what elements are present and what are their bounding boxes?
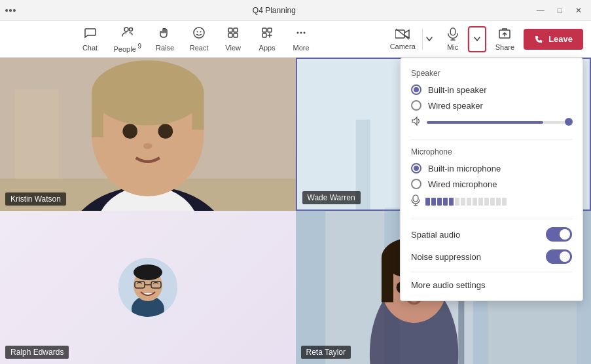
- chat-icon: [84, 26, 97, 43]
- name-tag-wade: Wade Warren: [302, 191, 361, 204]
- mic-bar-1: [425, 198, 430, 206]
- camera-control-group: Camera: [384, 26, 436, 53]
- video-tile-ralph: Ralph Edwards: [0, 211, 296, 364]
- svg-rect-16: [450, 27, 455, 35]
- camera-label: Camera: [390, 43, 416, 50]
- toolbar-right: Camera Mic: [384, 25, 583, 54]
- svg-point-26: [92, 60, 204, 125]
- spatial-audio-row: Spatial audio: [411, 227, 572, 242]
- svg-point-3: [197, 31, 198, 33]
- minimize-button[interactable]: —: [533, 5, 548, 16]
- mic-button[interactable]: Mic: [439, 25, 467, 54]
- mic-bar-8: [467, 198, 471, 206]
- camera-dropdown-button[interactable]: [423, 34, 436, 45]
- toolbar-item-people[interactable]: People 9: [107, 22, 149, 56]
- radio-built-in-speaker[interactable]: [411, 84, 421, 95]
- svg-rect-60: [413, 195, 418, 202]
- toolbar-item-chat[interactable]: Chat: [73, 24, 107, 54]
- mic-bar-10: [478, 198, 483, 206]
- radio-wired-speaker[interactable]: [411, 100, 421, 111]
- close-button[interactable]: ✕: [571, 5, 586, 16]
- svg-point-29: [122, 124, 137, 139]
- name-tag-kristin: Kristin Watson: [5, 192, 66, 206]
- name-tag-ralph: Ralph Edwards: [5, 346, 69, 359]
- mic-section-title: Microphone: [411, 147, 572, 156]
- ralph-avatar: [118, 258, 177, 317]
- window-title: Q4 Planning: [16, 6, 533, 15]
- mic-option-wired[interactable]: Wired microphone: [411, 179, 572, 189]
- toolbar-apps-label: Apps: [259, 44, 276, 52]
- mic-bar-9: [473, 198, 477, 206]
- toolbar-item-apps[interactable]: Apps: [250, 24, 284, 54]
- view-icon: [226, 26, 240, 43]
- maximize-button[interactable]: □: [554, 5, 566, 16]
- camera-button[interactable]: Camera: [384, 26, 422, 53]
- camera-off-icon: [395, 28, 410, 43]
- chevron-down-icon-mic: [474, 37, 480, 42]
- radio-wired-mic[interactable]: [411, 179, 421, 189]
- window-menu[interactable]: [5, 9, 16, 12]
- toolbar-left: Chat People 9 Raise: [8, 22, 384, 56]
- svg-point-2: [194, 27, 204, 38]
- volume-icon: [411, 116, 421, 128]
- svg-point-14: [304, 32, 306, 34]
- people-badge: 9: [136, 43, 141, 50]
- toolbar-view-label: View: [225, 44, 241, 52]
- svg-rect-6: [234, 28, 238, 32]
- svg-rect-9: [262, 28, 266, 32]
- speaker-section-title: Speaker: [411, 69, 572, 78]
- section-divider-2: [411, 219, 572, 219]
- phone-icon: [534, 34, 545, 45]
- toolbar-people-label: People 9: [114, 43, 142, 53]
- audio-panel: Speaker Built-in speaker Wired speaker: [400, 58, 583, 301]
- svg-rect-5: [228, 28, 232, 32]
- svg-point-0: [124, 27, 128, 31]
- svg-rect-22: [15, 90, 60, 178]
- chevron-down-icon: [426, 37, 433, 42]
- leave-button[interactable]: Leave: [524, 29, 583, 50]
- toolbar-chat-label: Chat: [82, 44, 98, 52]
- name-tag-reta: Reta Taylor: [301, 346, 351, 359]
- radio-built-in-mic[interactable]: [411, 163, 421, 173]
- spatial-audio-label: Spatial audio: [411, 230, 460, 240]
- mic-option-built-in[interactable]: Built-in microphone: [411, 163, 572, 173]
- toolbar-react-label: React: [190, 44, 209, 52]
- toolbar-item-raise[interactable]: Raise: [148, 24, 182, 54]
- svg-rect-56: [381, 258, 393, 302]
- mic-bar-11: [484, 198, 489, 206]
- speaker-option-wired[interactable]: Wired speaker: [411, 100, 572, 111]
- svg-point-12: [297, 32, 299, 34]
- more-audio-settings-link[interactable]: More audio settings: [411, 280, 572, 290]
- noise-suppression-toggle[interactable]: [546, 249, 572, 264]
- speaker-option-built-in[interactable]: Built-in speaker: [411, 84, 572, 95]
- wired-mic-label: Wired microphone: [428, 179, 497, 189]
- ralph-avatar-container: [0, 211, 296, 364]
- toolbar-item-more[interactable]: More: [284, 24, 318, 54]
- toolbar-item-react[interactable]: React: [182, 24, 216, 54]
- mic-bar-12: [490, 198, 495, 206]
- section-divider-1: [411, 139, 572, 139]
- mic-bar-4: [443, 198, 448, 206]
- svg-rect-11: [262, 33, 266, 37]
- people-icon: [121, 25, 134, 41]
- mic-bar-13: [496, 198, 501, 206]
- toolbar-item-view[interactable]: View: [216, 24, 250, 54]
- svg-point-1: [129, 28, 132, 31]
- mic-dropdown-button[interactable]: [468, 26, 486, 52]
- volume-thumb[interactable]: [565, 118, 573, 126]
- wired-speaker-label: Wired speaker: [428, 101, 483, 111]
- volume-slider[interactable]: [427, 121, 572, 124]
- share-button[interactable]: Share: [489, 25, 521, 54]
- person-kristin-svg: [0, 58, 296, 211]
- share-label: Share: [495, 43, 514, 51]
- mic-bars: [425, 198, 507, 206]
- volume-fill: [427, 121, 543, 124]
- svg-point-4: [200, 31, 202, 33]
- spatial-audio-toggle[interactable]: [546, 227, 572, 242]
- video-tile-kristin: Kristin Watson: [0, 58, 296, 211]
- window-controls: — □ ✕: [533, 5, 586, 16]
- noise-suppression-row: Noise suppression: [411, 249, 572, 264]
- mic-icon: [447, 27, 459, 43]
- ralph-avatar-svg: [118, 258, 177, 317]
- mic-bar-3: [437, 198, 442, 206]
